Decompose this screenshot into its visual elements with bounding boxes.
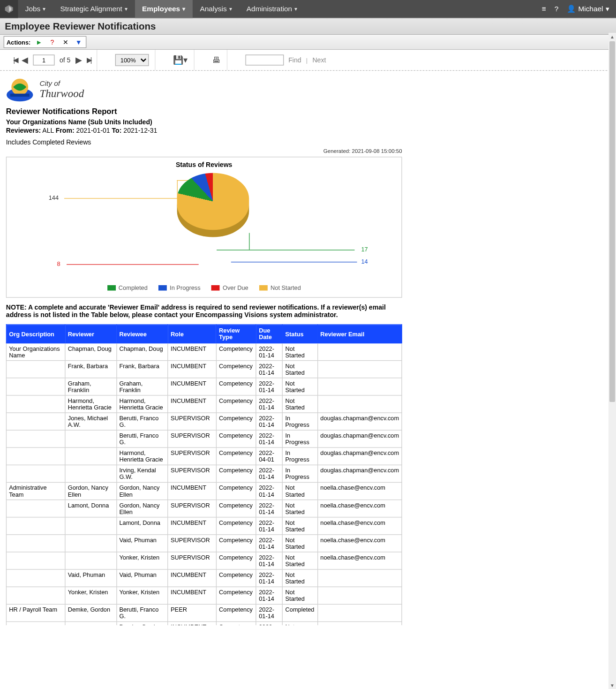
col-status: Status: [283, 325, 318, 343]
pie-icon: [177, 173, 249, 239]
report-org: Your Organizations Name (Sub Units Inclu…: [6, 118, 610, 125]
page-title-bar: Employee Reviewer Notifications: [0, 18, 616, 35]
page-number-input[interactable]: [33, 54, 55, 65]
svg-rect-4: [10, 94, 30, 97]
callout-in-progress: 14: [361, 258, 368, 265]
nav-item-analysis[interactable]: Analysis▾: [193, 0, 239, 18]
table-row: Frank, BarbaraFrank, BarbaraINCUMBENTCom…: [6, 361, 402, 378]
scroll-up-icon[interactable]: ▲: [608, 33, 616, 40]
status-chart: Status of Reviews 144 17 14 8: [6, 157, 402, 298]
save-icon[interactable]: 💾▾: [173, 55, 188, 65]
action-close-icon[interactable]: ✕: [60, 37, 70, 46]
org-logo-icon: [6, 77, 34, 102]
col-review-type: Review Type: [216, 325, 256, 343]
callout-not-started: 144: [49, 195, 59, 201]
report-includes: Includes Completed Reviews: [6, 139, 610, 146]
notifications-table: Org DescriptionReviewerRevieweeRoleRevie…: [6, 324, 402, 625]
logo-line1: City of: [39, 79, 84, 87]
nav-item-employees[interactable]: Employees▾: [135, 0, 193, 18]
col-due-date: Due Date: [256, 325, 282, 343]
report-viewer: |◀ ◀ of 5 ▶ ▶| 100% 💾▾ 🖶 Find | Next: [0, 50, 616, 625]
table-row: HR / Payroll TeamDemke, GordonBerutti, F…: [6, 604, 402, 621]
table-row: Vaid, PhumanSUPERVISORCompetency2022-01-…: [6, 535, 402, 552]
zoom-select[interactable]: 100%: [115, 54, 149, 66]
scroll-thumb[interactable]: [609, 41, 615, 402]
chevron-down-icon: ▾: [229, 6, 232, 12]
legend-in-progress: In Progress: [158, 285, 201, 291]
first-page-button[interactable]: |◀: [13, 56, 17, 64]
logo-line2: Thurwood: [39, 87, 84, 100]
action-filter-icon[interactable]: ▼: [74, 37, 83, 46]
print-icon[interactable]: 🖶: [212, 55, 221, 65]
page-of-label: of 5: [60, 56, 70, 63]
col-reviewer: Reviewer: [65, 325, 117, 343]
callout-over-due: 8: [57, 261, 60, 267]
report-filters: Reviewers: ALL From: 2021-01-01 To: 2021…: [6, 127, 610, 134]
chevron-down-icon: ▾: [125, 6, 128, 12]
nav-item-strategic-alignment[interactable]: Strategic Alignment▾: [53, 0, 135, 18]
legend-not-started: Not Started: [259, 285, 301, 291]
top-nav: Jobs▾Strategic Alignment▾Employees▾Analy…: [0, 0, 616, 18]
generated-timestamp: Generated: 2021-09-08 15:00:50: [6, 148, 402, 154]
table-row: Lamont, DonnaGordon, Nancy EllenSUPERVIS…: [6, 500, 402, 517]
legend-completed: Completed: [107, 285, 148, 291]
find-input[interactable]: [245, 54, 284, 65]
nav-item-jobs[interactable]: Jobs▾: [18, 0, 53, 18]
table-row: Harmond, Henrietta GracieHarmond, Henrie…: [6, 395, 402, 413]
help-icon[interactable]: ?: [555, 5, 559, 13]
report-body: City of Thurwood Reviewer Notifications …: [0, 71, 616, 625]
col-reviewee: Reviewee: [117, 325, 168, 343]
chart-title: Status of Reviews: [9, 161, 399, 168]
table-row: Yonker, KristenSUPERVISORCompetency2022-…: [6, 552, 402, 569]
actions-bar: Actions: ► ? ✕ ▼: [0, 35, 616, 50]
actions-box: Actions: ► ? ✕ ▼: [4, 36, 87, 48]
action-run-icon[interactable]: ►: [34, 37, 44, 46]
menu-icon[interactable]: ≡: [542, 5, 546, 13]
last-page-button[interactable]: ▶|: [87, 56, 90, 64]
table-row: Berutti, Franco G.SUPERVISORCompetency20…: [6, 430, 402, 447]
chevron-down-icon: ▾: [294, 6, 297, 12]
table-row: Yonker, KristenYonker, KristenINCUMBENTC…: [6, 587, 402, 604]
table-row: Lamont, DonnaINCUMBENTCompetency2022-01-…: [6, 517, 402, 535]
table-row: Graham, FranklinGraham, FranklinINCUMBEN…: [6, 378, 402, 395]
chevron-down-icon: ▾: [606, 5, 609, 13]
table-row: Vaid, PhumanVaid, PhumanINCUMBENTCompete…: [6, 569, 402, 587]
viewer-toolbar: |◀ ◀ of 5 ▶ ▶| 100% 💾▾ 🖶 Find | Next: [0, 50, 616, 70]
prev-page-button[interactable]: ◀: [22, 55, 28, 65]
find-button[interactable]: Find: [288, 56, 301, 63]
chart-legend: CompletedIn ProgressOver DueNot Started: [9, 285, 399, 291]
table-row: Demke, GordonINCUMBENTCompetency2022-01-…: [6, 621, 402, 625]
next-page-button[interactable]: ▶: [75, 55, 82, 65]
report-note: NOTE: A complete and accurate 'Reviewer …: [6, 304, 402, 318]
nav-item-administration[interactable]: Administration▾: [239, 0, 305, 18]
table-row: Harmond, Henrietta GracieSUPERVISORCompe…: [6, 447, 402, 465]
vertical-scrollbar[interactable]: ▲ ▼: [608, 33, 616, 625]
chevron-down-icon: ▾: [182, 6, 185, 12]
user-menu[interactable]: 👤 Michael ▾: [567, 5, 609, 13]
action-help-icon[interactable]: ?: [47, 37, 57, 46]
col-reviewer-email: Reviewer Email: [318, 325, 402, 343]
legend-over-due: Over Due: [211, 285, 248, 291]
col-role: Role: [168, 325, 216, 343]
chevron-down-icon: ▾: [43, 6, 45, 12]
page-title: Employee Reviewer Notifications: [5, 21, 611, 32]
table-row: Irving, Kendal G.W.SUPERVISORCompetency2…: [6, 465, 402, 482]
table-row: Jones, Michael A.W.Berutti, Franco G.SUP…: [6, 413, 402, 430]
report-title: Reviewer Notifications Report: [6, 107, 610, 116]
user-name: Michael: [578, 5, 603, 13]
table-row: Your Organizations NameChapman, DougChap…: [6, 343, 402, 361]
callout-completed: 17: [361, 246, 368, 253]
col-org-description: Org Description: [6, 325, 65, 343]
table-row: Administrative TeamGordon, Nancy EllenGo…: [6, 482, 402, 500]
find-next-button[interactable]: Next: [312, 56, 326, 63]
user-icon: 👤: [567, 5, 576, 13]
app-logo-icon: [0, 0, 18, 18]
actions-label: Actions:: [7, 39, 30, 45]
